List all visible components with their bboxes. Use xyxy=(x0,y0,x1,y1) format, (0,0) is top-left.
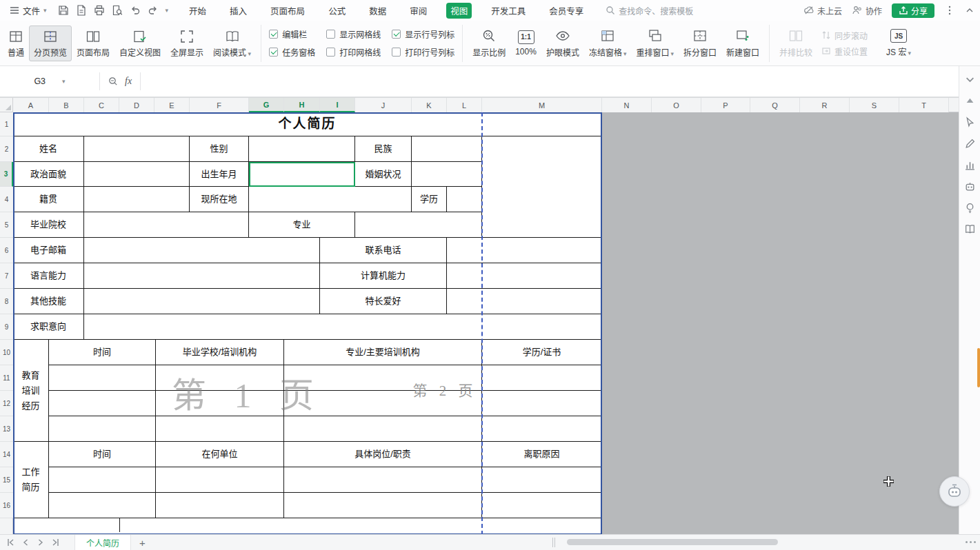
sheet-cell[interactable] xyxy=(156,467,284,493)
view-reading-mode-button[interactable]: 阅读模式 xyxy=(208,26,256,61)
zoom-button[interactable]: 显示比例 xyxy=(468,26,510,61)
undo-icon[interactable] xyxy=(130,5,141,16)
sheet-cell[interactable] xyxy=(284,365,482,391)
sheet-cell[interactable]: 时间 xyxy=(49,442,156,467)
view-normal-button[interactable]: 普通 xyxy=(3,26,29,61)
sheet-cell[interactable] xyxy=(84,136,190,162)
print-preview-icon[interactable] xyxy=(112,5,123,16)
toggle-print-headings[interactable]: 打印行号列标 xyxy=(392,46,454,58)
sheet-cell[interactable]: 毕业院校 xyxy=(13,212,84,238)
tab-area-splitter[interactable] xyxy=(552,538,555,547)
sheet-cell[interactable]: 学历 xyxy=(412,187,447,212)
sheet-cell[interactable]: 出生年月 xyxy=(190,162,249,187)
zoom-formula-icon[interactable] xyxy=(108,77,118,86)
sheet-cell[interactable] xyxy=(482,416,602,442)
horizontal-scrollbar[interactable] xyxy=(562,539,959,545)
column-header-T[interactable]: T xyxy=(899,98,949,112)
sheet-cell[interactable] xyxy=(49,493,156,518)
row-header-7[interactable]: 7 xyxy=(0,263,13,289)
sheet-cell[interactable]: 个人简历 xyxy=(13,112,602,136)
sheet-cell[interactable] xyxy=(447,289,602,314)
freeze-panes-button[interactable]: 冻结窗格▾ xyxy=(584,26,632,61)
sheet-cell[interactable] xyxy=(482,467,602,493)
row-header-5[interactable]: 5 xyxy=(0,212,13,238)
row-header-1[interactable]: 1 xyxy=(0,112,13,136)
column-header-Q[interactable]: Q xyxy=(750,98,800,112)
sheet-cell[interactable]: 工作 简历 xyxy=(13,442,49,518)
command-search[interactable]: 查找命令、搜索模板 xyxy=(606,5,693,17)
collapse-ribbon-icon[interactable] xyxy=(965,6,974,15)
sheet-cell[interactable]: 专业 xyxy=(249,212,355,238)
sheet-cell[interactable] xyxy=(482,365,602,391)
row-header-6[interactable]: 6 xyxy=(0,238,13,263)
collaborate-button[interactable]: 协作 xyxy=(852,5,882,17)
row-header-9[interactable]: 9 xyxy=(0,314,13,340)
sheet-cell[interactable]: 计算机能力 xyxy=(320,263,447,289)
sheet-cell[interactable]: 离职原因 xyxy=(482,442,602,467)
sheet-cell[interactable] xyxy=(447,238,602,263)
horizontal-scrollbar-thumb[interactable] xyxy=(567,539,778,545)
tab-insert[interactable]: 插入 xyxy=(226,3,251,19)
row-header-10[interactable]: 10 xyxy=(0,340,13,365)
sheet-cell[interactable] xyxy=(355,212,482,238)
column-header-D[interactable]: D xyxy=(119,98,154,112)
row-header-15[interactable]: 15 xyxy=(0,467,13,493)
sheet-cell[interactable] xyxy=(84,162,190,187)
sheet-cell[interactable]: 教育 培训 经历 xyxy=(13,340,49,442)
column-header-S[interactable]: S xyxy=(850,98,899,112)
column-header-O[interactable]: O xyxy=(652,98,701,112)
pointer-tool-button[interactable] xyxy=(961,114,978,130)
sheet-cell[interactable] xyxy=(84,238,320,263)
expand-formula-bar-button[interactable] xyxy=(961,71,978,88)
tab-page-layout[interactable]: 页面布局 xyxy=(266,3,309,19)
tab-data[interactable]: 数据 xyxy=(365,3,390,19)
zoom-100-button[interactable]: 1:1 100% xyxy=(510,28,541,59)
split-window-button[interactable]: 拆分窗口 xyxy=(679,26,721,61)
sheet-cell[interactable] xyxy=(49,416,156,442)
sheet-cell[interactable] xyxy=(482,493,602,518)
insert-function-icon[interactable]: fx xyxy=(125,76,132,87)
toggle-print-gridlines[interactable]: 打印网格线 xyxy=(326,46,381,58)
statusbar-more-icon[interactable] xyxy=(966,541,976,543)
row-header-16[interactable]: 16 xyxy=(0,493,13,518)
sheet-cell[interactable] xyxy=(412,136,482,162)
sheet-cell[interactable] xyxy=(84,187,190,212)
sheet-cell[interactable] xyxy=(249,136,355,162)
sheet-cell[interactable]: 联系电话 xyxy=(320,238,447,263)
sheet-cell[interactable] xyxy=(156,365,284,391)
file-menu-button[interactable]: 文件 ▾ xyxy=(6,2,51,19)
save-icon[interactable] xyxy=(58,5,69,16)
print-icon[interactable] xyxy=(94,5,105,16)
new-window-button[interactable]: 新建窗口 xyxy=(721,26,764,61)
sheet-cell[interactable] xyxy=(156,391,284,416)
column-header-B[interactable]: B xyxy=(49,98,84,112)
previous-sheet-icon[interactable] xyxy=(21,538,30,547)
sheet-cell[interactable]: 电子邮箱 xyxy=(13,238,84,263)
assistant-robot-button[interactable] xyxy=(939,476,970,507)
sheet-cell[interactable]: 政治面貌 xyxy=(13,162,84,187)
toggle-formula-bar[interactable]: 编辑栏 xyxy=(269,28,315,40)
toggle-task-pane[interactable]: 任务窗格 xyxy=(269,46,315,58)
outside-print-area[interactable] xyxy=(602,112,959,534)
sheet-cell[interactable]: 姓名 xyxy=(13,136,84,162)
redo-icon[interactable] xyxy=(148,5,159,16)
sheet-cell[interactable]: 籍贯 xyxy=(13,187,84,212)
column-header-E[interactable]: E xyxy=(154,98,190,112)
sheet-cell[interactable] xyxy=(84,212,249,238)
share-button[interactable]: 分享 xyxy=(892,3,934,18)
sheet-cell[interactable]: 毕业学校/培训机构 xyxy=(156,340,284,365)
scroll-up-button[interactable] xyxy=(961,92,978,109)
sheet-cell[interactable] xyxy=(249,187,412,212)
sheet-cell[interactable] xyxy=(412,162,482,187)
sheet-cell[interactable] xyxy=(284,493,482,518)
row-header-11[interactable]: 11 xyxy=(0,365,13,391)
column-header-G[interactable]: G xyxy=(249,98,284,112)
qat-more-icon[interactable]: ▾ xyxy=(166,7,169,14)
sheet-cell[interactable] xyxy=(284,391,482,416)
row-header-4[interactable]: 4 xyxy=(0,187,13,212)
sheet-cell[interactable] xyxy=(284,416,482,442)
sheet-cell[interactable] xyxy=(447,187,482,212)
sheet-cell[interactable]: 专业/主要培训机构 xyxy=(284,340,482,365)
chart-tool-button[interactable] xyxy=(961,156,978,173)
sheet-cell[interactable]: 求职意向 xyxy=(13,314,84,340)
